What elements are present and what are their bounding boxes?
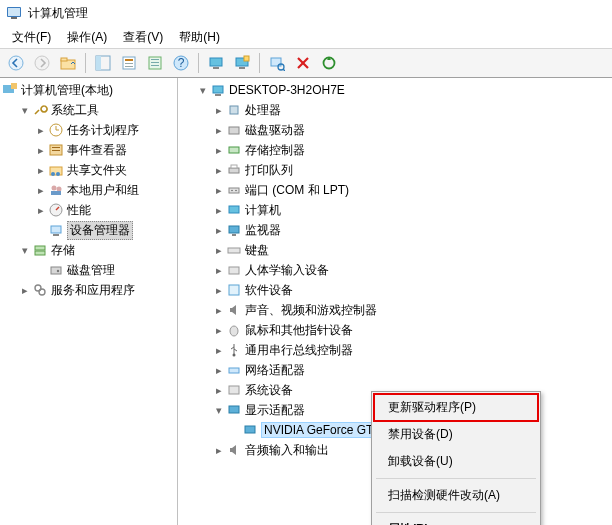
tree-node-system-tools[interactable]: ▾ 系统工具: [16, 100, 177, 120]
tree-node-root[interactable]: 计算机管理(本地): [0, 80, 177, 100]
expand-icon[interactable]: ▸: [212, 183, 226, 197]
device-category-monitors[interactable]: ▸监视器: [210, 220, 612, 240]
expand-icon[interactable]: ▸: [212, 203, 226, 217]
mouse-icon: [226, 322, 242, 338]
menu-file[interactable]: 文件(F): [4, 27, 59, 48]
ctx-update-driver[interactable]: 更新驱动程序(P): [374, 394, 538, 421]
tree-label: 本地用户和组: [67, 182, 139, 199]
device-category-sound[interactable]: ▸声音、视频和游戏控制器: [210, 300, 612, 320]
show-hide-tree-button[interactable]: [91, 51, 115, 75]
computer-icon: [226, 202, 242, 218]
update-driver-button[interactable]: [317, 51, 341, 75]
expand-icon[interactable]: ▸: [212, 103, 226, 117]
tree-label: 监视器: [245, 222, 281, 239]
toolbar: ?: [0, 48, 612, 78]
expand-icon[interactable]: ▸: [34, 203, 48, 217]
device-category-mice[interactable]: ▸鼠标和其他指针设备: [210, 320, 612, 340]
device-category-disk-drives[interactable]: ▸磁盘驱动器: [210, 120, 612, 140]
tree-node-task-scheduler[interactable]: ▸任务计划程序: [32, 120, 177, 140]
device-category-hid[interactable]: ▸人体学输入设备: [210, 260, 612, 280]
ctx-uninstall-device[interactable]: 卸载设备(U): [374, 448, 538, 475]
svg-text:?: ?: [178, 56, 185, 70]
svg-rect-61: [229, 206, 239, 213]
expand-icon[interactable]: ▸: [212, 123, 226, 137]
expand-icon[interactable]: ▸: [212, 363, 226, 377]
tree-node-local-users[interactable]: ▸本地用户和组: [32, 180, 177, 200]
collapse-icon[interactable]: ▾: [196, 83, 210, 97]
expand-icon[interactable]: ▸: [212, 263, 226, 277]
tree-label: 音频输入和输出: [245, 442, 329, 459]
svg-rect-31: [11, 83, 17, 89]
uninstall-device-button[interactable]: [291, 51, 315, 75]
expand-icon[interactable]: ▸: [34, 183, 48, 197]
svg-point-59: [231, 190, 233, 192]
nav-back-button[interactable]: [4, 51, 28, 75]
menu-action[interactable]: 操作(A): [59, 27, 115, 48]
expand-icon[interactable]: ▸: [212, 283, 226, 297]
expand-icon[interactable]: ▸: [212, 323, 226, 337]
expand-icon[interactable]: ▸: [18, 283, 32, 297]
expand-icon[interactable]: ▸: [34, 123, 48, 137]
expand-icon[interactable]: ▸: [212, 443, 226, 457]
expand-icon[interactable]: ▸: [212, 383, 226, 397]
collapse-icon[interactable]: ▾: [18, 103, 32, 117]
device-category-processors[interactable]: ▸处理器: [210, 100, 612, 120]
svg-line-26: [283, 69, 285, 71]
app-icon: [6, 5, 22, 21]
expand-icon[interactable]: ▸: [212, 343, 226, 357]
storage-icon: [32, 242, 48, 258]
expand-icon[interactable]: ▸: [34, 143, 48, 157]
title-bar: 计算机管理: [0, 0, 612, 26]
sound-icon: [226, 302, 242, 318]
svg-rect-8: [96, 56, 101, 70]
tree-node-services[interactable]: ▸服务和应用程序: [16, 280, 177, 300]
view-devices-by-type-button[interactable]: [230, 51, 254, 75]
svg-rect-66: [229, 285, 239, 295]
tree-node-shared-folders[interactable]: ▸共享文件夹: [32, 160, 177, 180]
svg-rect-19: [210, 58, 222, 66]
expand-icon[interactable]: ▸: [212, 243, 226, 257]
expand-icon[interactable]: ▸: [212, 163, 226, 177]
export-button[interactable]: [143, 51, 167, 75]
collapse-icon[interactable]: ▾: [18, 243, 32, 257]
expand-icon[interactable]: ▸: [212, 223, 226, 237]
ctx-scan-hardware[interactable]: 扫描检测硬件改动(A): [374, 482, 538, 509]
device-category-storage-controllers[interactable]: ▸存储控制器: [210, 140, 612, 160]
expand-icon[interactable]: ▸: [34, 163, 48, 177]
device-category-usb[interactable]: ▸通用串行总线控制器: [210, 340, 612, 360]
up-button[interactable]: [56, 51, 80, 75]
services-icon: [32, 282, 48, 298]
device-category-print-queues[interactable]: ▸打印队列: [210, 160, 612, 180]
tree-node-storage[interactable]: ▾ 存储: [16, 240, 177, 260]
collapse-icon[interactable]: ▾: [212, 403, 226, 417]
tree-node-performance[interactable]: ▸性能: [32, 200, 177, 220]
nav-forward-button[interactable]: [30, 51, 54, 75]
event-viewer-icon: [48, 142, 64, 158]
scan-hardware-button[interactable]: [265, 51, 289, 75]
ctx-disable-device[interactable]: 禁用设备(D): [374, 421, 538, 448]
svg-rect-71: [229, 406, 239, 413]
tree-node-disk-mgmt[interactable]: 磁盘管理: [32, 260, 177, 280]
clock-icon: [48, 122, 64, 138]
view-devices-button[interactable]: [204, 51, 228, 75]
menu-view[interactable]: 查看(V): [115, 27, 171, 48]
system-device-icon: [226, 382, 242, 398]
usb-icon: [226, 342, 242, 358]
device-category-ports[interactable]: ▸端口 (COM 和 LPT): [210, 180, 612, 200]
device-category-keyboards[interactable]: ▸键盘: [210, 240, 612, 260]
device-category-network[interactable]: ▸网络适配器: [210, 360, 612, 380]
expand-icon[interactable]: ▸: [212, 143, 226, 157]
expand-icon[interactable]: ▸: [212, 303, 226, 317]
ctx-properties[interactable]: 属性(R): [374, 516, 538, 525]
svg-point-37: [51, 172, 55, 176]
properties-button[interactable]: [117, 51, 141, 75]
tree-node-device-manager[interactable]: 设备管理器: [32, 220, 177, 240]
tree-label: 显示适配器: [245, 402, 305, 419]
device-category-software-devices[interactable]: ▸软件设备: [210, 280, 612, 300]
device-category-computer[interactable]: ▸计算机: [210, 200, 612, 220]
tools-icon: [32, 102, 48, 118]
tree-node-event-viewer[interactable]: ▸事件查看器: [32, 140, 177, 160]
help-button[interactable]: ?: [169, 51, 193, 75]
menu-help[interactable]: 帮助(H): [171, 27, 228, 48]
device-root[interactable]: ▾DESKTOP-3H2OH7E: [194, 80, 612, 100]
